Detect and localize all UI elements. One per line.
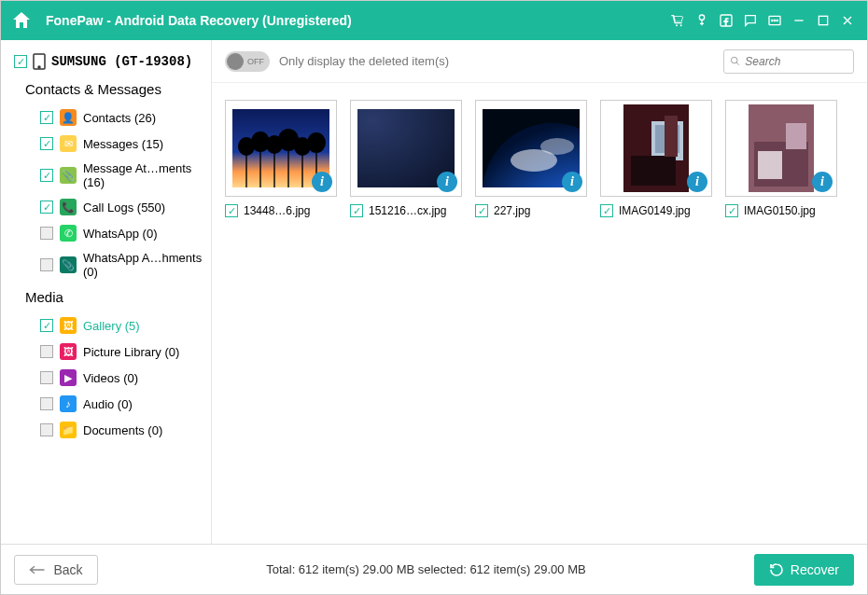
search-icon	[730, 55, 740, 67]
sidebar-item-media-2[interactable]: ▶Videos (0)	[14, 365, 205, 391]
sidebar-item-media-3[interactable]: ♪Audio (0)	[14, 391, 205, 417]
thumbnail-checkbox[interactable]	[725, 204, 738, 217]
sidebar-item-contacts-4[interactable]: ✆WhatsApp (0)	[14, 220, 205, 246]
svg-rect-36	[786, 123, 806, 149]
maximize-button[interactable]	[813, 10, 833, 31]
thumbnail-checkbox[interactable]	[225, 204, 238, 217]
category-icon: 📎	[60, 256, 77, 273]
sidebar-item-label: Picture Library (0)	[83, 345, 179, 359]
device-checkbox[interactable]	[14, 55, 27, 68]
thumbnail-4[interactable]: iIMAG0150.jpg	[725, 100, 837, 217]
checkbox[interactable]	[40, 169, 53, 182]
sidebar-item-contacts-1[interactable]: ✉Messages (15)	[14, 131, 205, 157]
sidebar-item-label: Documents (0)	[83, 423, 162, 437]
thumbnail-caption: IMAG0149.jpg	[619, 204, 691, 217]
facebook-icon[interactable]	[716, 10, 736, 31]
sidebar-item-media-0[interactable]: 🖼Gallery (5)	[14, 312, 205, 339]
sidebar-item-media-1[interactable]: 🖼Picture Library (0)	[14, 339, 205, 365]
sidebar-item-label: Messages (15)	[83, 137, 163, 151]
titlebar: FonePaw - Android Data Recovery (Unregis…	[1, 1, 867, 40]
device-row[interactable]: SUMSUNG (GT-19308)	[14, 53, 205, 70]
toolbar: OFF Only display the deleted item(s)	[212, 40, 867, 83]
sidebar-item-label: Contacts (26)	[83, 111, 156, 125]
app-title: FonePaw - Android Data Recovery (Unregis…	[46, 13, 667, 28]
svg-rect-7	[819, 16, 827, 24]
home-icon[interactable]	[10, 9, 33, 32]
cart-icon[interactable]	[667, 10, 688, 31]
device-name: SUMSUNG (GT-19308)	[51, 54, 192, 69]
svg-point-4	[774, 20, 775, 21]
svg-point-9	[38, 66, 40, 68]
deleted-only-toggle[interactable]: OFF	[225, 51, 270, 72]
thumbnail-image	[749, 104, 814, 192]
svg-point-3	[772, 20, 773, 21]
category-icon: ✆	[60, 225, 77, 242]
thumbnail-checkbox[interactable]	[600, 204, 613, 217]
section-contacts-title: Contacts & Messages	[25, 81, 205, 97]
checkbox[interactable]	[40, 227, 53, 240]
info-icon[interactable]: i	[562, 172, 582, 192]
info-icon[interactable]: i	[312, 172, 332, 192]
thumbnail-checkbox[interactable]	[350, 204, 363, 217]
sidebar-item-label: WhatsApp (0)	[83, 227, 157, 241]
thumbnail-2[interactable]: i227.jpg	[475, 100, 587, 217]
back-button[interactable]: Back	[14, 555, 98, 585]
status-text: Total: 612 item(s) 29.00 MB selected: 61…	[98, 562, 754, 576]
toolbar-hint: Only display the deleted item(s)	[279, 54, 714, 68]
svg-rect-6	[794, 20, 803, 21]
thumbnail-1[interactable]: i151216…cx.jpg	[350, 100, 462, 217]
sidebar-item-label: Audio (0)	[83, 397, 133, 411]
search-box[interactable]	[723, 49, 854, 74]
category-icon: ♪	[60, 395, 77, 412]
main-panel: OFF Only display the deleted item(s) i13…	[211, 40, 867, 544]
category-icon: 🖼	[60, 343, 77, 360]
checkbox[interactable]	[40, 371, 53, 384]
checkbox[interactable]	[40, 423, 53, 436]
close-button[interactable]	[837, 10, 858, 31]
svg-point-23	[307, 132, 326, 153]
sidebar-item-label: Call Logs (550)	[83, 201, 165, 214]
category-icon: 📞	[60, 199, 77, 215]
checkbox[interactable]	[40, 201, 53, 214]
checkbox[interactable]	[40, 345, 53, 358]
sidebar-item-label: WhatsApp A…hments (0)	[83, 251, 205, 279]
sidebar: SUMSUNG (GT-19308) Contacts & Messages 👤…	[1, 40, 211, 544]
svg-point-10	[731, 57, 737, 63]
thumbnail-caption: 227.jpg	[494, 204, 530, 217]
phone-icon	[33, 53, 46, 70]
sidebar-item-label: Gallery (5)	[83, 319, 140, 333]
category-icon: 🖼	[60, 317, 77, 334]
key-icon[interactable]	[692, 10, 712, 31]
category-icon: 📁	[60, 422, 77, 438]
thumbnail-3[interactable]: iIMAG0149.jpg	[600, 100, 712, 217]
category-icon: ▶	[60, 369, 77, 386]
svg-point-5	[777, 20, 777, 21]
checkbox[interactable]	[40, 397, 53, 410]
feedback-icon[interactable]	[740, 10, 761, 31]
minimize-button[interactable]	[789, 10, 809, 31]
svg-rect-37	[758, 151, 782, 179]
menu-icon[interactable]	[764, 10, 785, 31]
checkbox[interactable]	[40, 111, 53, 124]
recover-button[interactable]: Recover	[754, 554, 854, 586]
info-icon[interactable]: i	[687, 172, 707, 192]
thumbnail-image	[623, 104, 689, 192]
checkbox[interactable]	[40, 137, 53, 150]
section-media-title: Media	[25, 289, 205, 305]
sidebar-item-contacts-0[interactable]: 👤Contacts (26)	[14, 104, 205, 131]
category-icon: ✉	[60, 135, 77, 152]
sidebar-item-contacts-3[interactable]: 📞Call Logs (550)	[14, 194, 205, 220]
checkbox[interactable]	[40, 258, 53, 271]
search-input[interactable]	[745, 55, 847, 68]
thumbnail-0[interactable]: i13448…6.jpg	[225, 100, 337, 217]
category-icon: 📎	[60, 167, 77, 184]
svg-rect-32	[631, 156, 676, 186]
sidebar-item-contacts-5[interactable]: 📎WhatsApp A…hments (0)	[14, 246, 205, 284]
info-icon[interactable]: i	[812, 172, 833, 192]
sidebar-item-contacts-2[interactable]: 📎Message At…ments (16)	[14, 157, 205, 194]
sidebar-item-media-4[interactable]: 📁Documents (0)	[14, 417, 205, 443]
thumbnail-checkbox[interactable]	[475, 204, 488, 217]
checkbox[interactable]	[40, 319, 53, 332]
info-icon[interactable]: i	[437, 172, 457, 192]
thumbnail-caption: 13448…6.jpg	[244, 204, 310, 217]
